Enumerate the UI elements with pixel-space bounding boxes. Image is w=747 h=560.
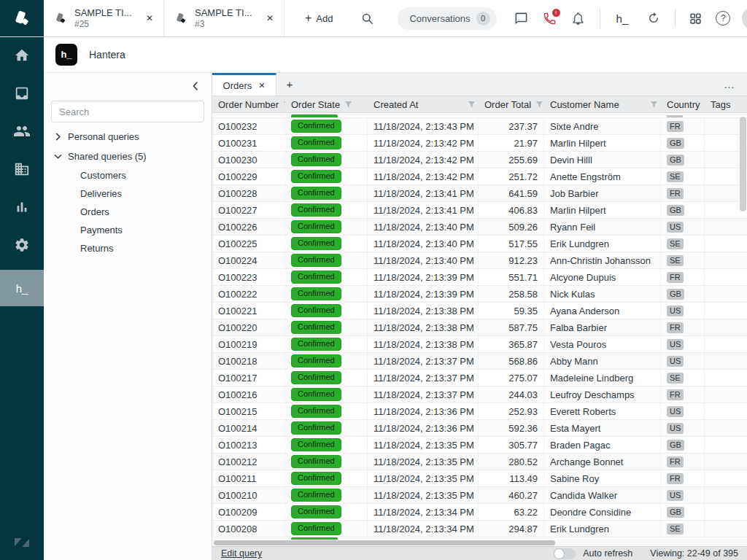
table-row[interactable]: O100220 Confirmed 11/18/2024, 2:13:38 PM… [212,319,747,336]
help-button[interactable]: ? [716,11,730,26]
horizontal-scrollbar[interactable] [212,540,747,546]
table-row[interactable]: O100208 Confirmed 11/18/2024, 2:13:34 PM… [212,521,747,537]
gear-icon [14,237,30,253]
filter-icon[interactable] [535,101,543,109]
order-state-cell: Confirmed [285,168,368,184]
table-row[interactable]: O100227 Confirmed 11/18/2024, 2:13:41 PM… [212,202,747,219]
order-state-cell: Confirmed [285,420,368,436]
status-badge: Confirmed [291,505,341,518]
search-button[interactable] [356,11,379,26]
sidebar-item-organizations[interactable] [0,150,44,188]
table-row[interactable]: O100217 Confirmed 11/18/2024, 2:13:37 PM… [212,370,747,386]
order-total-cell: 244.03 [479,386,544,402]
table-row[interactable]: O100222 Confirmed 11/18/2024, 2:13:39 PM… [212,286,747,303]
collapse-panel-button[interactable] [188,79,203,93]
table-row[interactable]: O100212 Confirmed 11/18/2024, 2:13:35 PM… [212,454,747,470]
table-row[interactable]: O100228 Confirmed 11/18/2024, 2:13:41 PM… [212,185,747,202]
query-list-item[interactable]: Payments [44,221,212,239]
refresh-button[interactable] [647,12,660,25]
overflow-menu-button[interactable]: … [719,77,740,91]
sidebar-item-admin[interactable] [0,226,44,264]
tab-orders[interactable]: Orders ✕ [212,73,276,96]
table-row[interactable]: O100229 Confirmed 11/18/2024, 2:13:42 PM… [212,168,747,185]
auto-refresh-label: Auto refresh [583,548,632,559]
table-row[interactable]: O100231 Confirmed 11/18/2024, 2:13:42 PM… [212,135,747,152]
sidebar-item-views[interactable] [0,74,44,112]
sidebar-item-customers[interactable] [0,112,44,150]
filter-icon[interactable] [344,101,352,109]
filter-icon[interactable] [468,101,476,109]
table-row[interactable]: O100226 Confirmed 11/18/2024, 2:13:40 PM… [212,219,747,236]
conversations-button[interactable]: Conversations 0 [398,7,496,30]
toggle-knob [554,549,564,559]
grid-icon [689,12,703,26]
auto-refresh-toggle[interactable] [554,548,576,559]
query-list-item[interactable]: Deliveries [44,184,212,203]
close-icon[interactable]: ✕ [263,12,276,25]
table-row[interactable]: O100215 Confirmed 11/18/2024, 2:13:36 PM… [212,403,747,420]
notifications-button[interactable] [571,12,585,26]
filter-icon[interactable] [650,101,658,109]
edit-query-link[interactable]: Edit query [221,548,262,559]
query-list-item[interactable]: Returns [44,239,212,257]
hantera-tray-button[interactable]: h_ [612,12,633,26]
close-icon[interactable]: ✕ [258,81,265,90]
ticket-tab[interactable]: SAMPLE TI... #3 ✕ [164,0,285,36]
order-total-cell: 460.27 [479,487,544,503]
table-row[interactable]: O100232 Confirmed 11/18/2024, 2:13:43 PM… [212,118,747,135]
group-personal-queries[interactable]: Personal queries [44,127,212,147]
table-row[interactable]: O100225 Confirmed 11/18/2024, 2:13:40 PM… [212,236,747,252]
vertical-scrollbar[interactable] [740,117,746,532]
new-tab-button[interactable]: + [276,73,303,96]
filter-icon[interactable] [283,101,285,109]
search-input[interactable] [51,101,204,122]
column-header-order-state[interactable]: Order State [285,96,368,112]
sidebar-item-reporting[interactable] [0,188,44,226]
table-row[interactable]: O100209 Confirmed 11/18/2024, 2:13:34 PM… [212,504,747,521]
column-header-tags[interactable]: Tags [705,96,747,112]
table-row[interactable]: O100219 Confirmed 11/18/2024, 2:13:38 PM… [212,336,747,353]
table-row[interactable]: O100221 Confirmed 11/18/2024, 2:13:38 PM… [212,303,747,319]
created-at-cell: 11/18/2024, 2:13:36 PM [368,403,479,419]
order-number-cell: O100212 [212,454,285,470]
add-button[interactable]: + Add [301,12,337,25]
column-header-country[interactable]: Country [661,96,705,112]
table-row[interactable]: O100210 Confirmed 11/18/2024, 2:13:35 PM… [212,487,747,504]
country-badge: US [667,222,684,233]
table-row[interactable]: O100224 Confirmed 11/18/2024, 2:13:40 PM… [212,252,747,269]
column-header-order-number[interactable]: Order Number [212,96,285,112]
table-row[interactable]: O100230 Confirmed 11/18/2024, 2:13:42 PM… [212,152,747,168]
chat-button[interactable] [514,12,528,26]
table-row[interactable]: O100213 Confirmed 11/18/2024, 2:13:35 PM… [212,437,747,454]
column-header-created-at[interactable]: Created At [368,96,479,112]
avatar[interactable] [742,7,747,29]
close-icon[interactable]: ✕ [143,12,156,25]
ticket-tab[interactable]: SAMPLE TI... #25 ✕ [44,0,164,36]
column-header-order-total[interactable]: Order Total [479,96,544,112]
order-state-cell: Confirmed [285,403,368,419]
table-row[interactable]: O100214 Confirmed 11/18/2024, 2:13:36 PM… [212,420,747,437]
vertical-scrollbar-thumb[interactable] [740,117,746,211]
group-label: Shared queries (5) [68,151,147,162]
products-grid-button[interactable] [689,12,703,26]
phone-button[interactable]: ! [543,12,557,26]
zendesk-footer-logo[interactable] [0,525,44,560]
query-list-item[interactable]: Orders [44,203,212,221]
created-at-cell: 11/18/2024, 2:13:37 PM [368,353,479,369]
country-badge: GB [667,138,684,149]
table-row[interactable]: O100211 Confirmed 11/18/2024, 2:13:35 PM… [212,470,747,487]
ticket-tab-title: SAMPLE TI... [74,7,132,18]
group-shared-queries[interactable]: Shared queries (5) [44,147,212,166]
query-list-item[interactable]: Customers [44,166,212,184]
zendesk-logo[interactable] [0,0,44,36]
table-row[interactable]: O100216 Confirmed 11/18/2024, 2:13:37 PM… [212,386,747,403]
country-badge: FR [667,272,684,283]
table-row[interactable]: O100218 Confirmed 11/18/2024, 2:13:37 PM… [212,353,747,370]
sidebar-item-home[interactable] [0,36,44,74]
sidebar-item-hantera[interactable]: h_ [0,270,44,306]
created-at-cell: 11/18/2024, 2:13:39 PM [368,286,479,302]
column-header-customer-name[interactable]: Customer Name [544,96,661,112]
table-row[interactable]: O100223 Confirmed 11/18/2024, 2:13:39 PM… [212,269,747,286]
customer-name-cell: Deondre Considine [544,504,661,520]
horizontal-scrollbar-thumb[interactable] [214,540,555,545]
